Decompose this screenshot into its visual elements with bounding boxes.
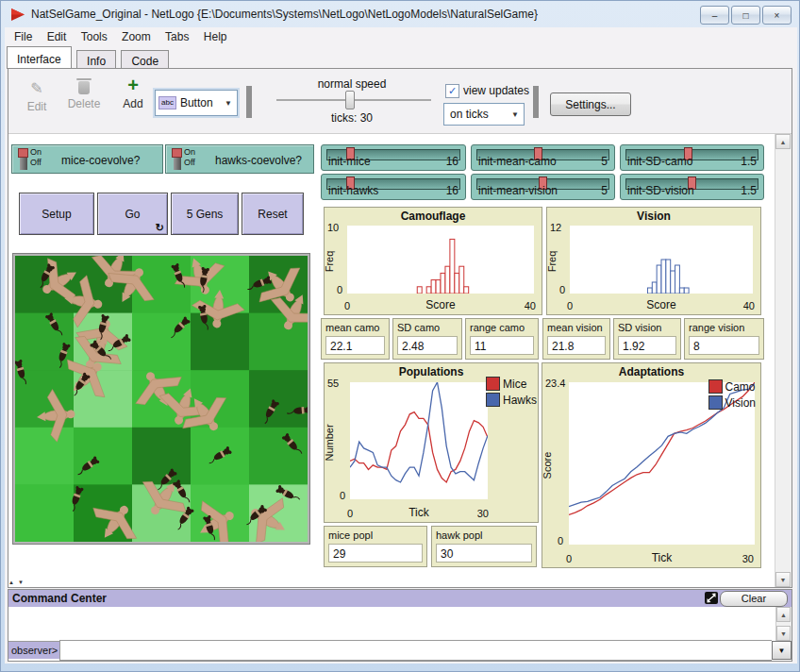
- monitor-sd-vision: SD vision 1.92: [613, 318, 681, 360]
- update-mode-value: on ticks: [450, 108, 489, 121]
- command-center: Command Center Clear ▲ ▼ observer>: [8, 589, 792, 662]
- hawks-swatch: [486, 393, 500, 407]
- monitor-mean-camo: mean camo 22.1: [321, 318, 390, 360]
- splitter-down-icon: ▼: [18, 580, 27, 585]
- trash-icon: [78, 81, 90, 94]
- widget-canvas: On Off mice-coevolve? On Off hawks-coevo…: [8, 134, 775, 587]
- command-center-title: Command Center: [12, 592, 107, 605]
- scroll-up-icon[interactable]: ▲: [775, 134, 791, 149]
- maximize-button[interactable]: □: [731, 6, 760, 25]
- slider-init-mean-vision[interactable]: init-mean-vision5: [471, 174, 615, 200]
- monitor-mean-vision: mean vision 21.8: [542, 318, 610, 360]
- view-updates-checkbox[interactable]: ✓: [445, 84, 459, 98]
- interface-vertical-scrollbar[interactable]: ▲ ▼: [775, 134, 792, 587]
- slider-init-hawks[interactable]: init-hawks16: [321, 174, 466, 200]
- clear-button[interactable]: Clear: [720, 591, 788, 607]
- command-input[interactable]: [59, 640, 772, 661]
- view-updates-label: view updates: [463, 84, 529, 97]
- tab-interface[interactable]: Interface: [7, 46, 72, 69]
- monitor-range-vision: range vision 8: [684, 318, 764, 360]
- camouflage-histogram: [347, 226, 534, 294]
- title-bar[interactable]: NatSelGame_Original - NetLogo {E:\Docume…: [1, 1, 799, 27]
- monitor-hawk-popl: hawk popl 30: [431, 526, 537, 567]
- menu-bar: File Edit Tools Zoom Tabs Help: [5, 27, 797, 46]
- vision-swatch: [708, 395, 723, 410]
- slider-init-SD-camo[interactable]: init-SD-camo1.5: [620, 144, 764, 171]
- chevron-down-icon: ▼: [511, 110, 519, 119]
- toggle-icon[interactable]: On Off: [18, 147, 59, 172]
- close-button[interactable]: ×: [762, 6, 792, 25]
- populations-legend: Mice Hawks: [486, 377, 537, 409]
- plot-populations: Populations 55 0 Number 0 Tick 30 Mice H…: [324, 362, 539, 523]
- switch-hawks-coevolve[interactable]: On Off hawks-coevolve?: [165, 144, 314, 174]
- slider-init-mean-camo[interactable]: init-mean-camo5: [471, 144, 615, 171]
- switch-label: hawks-coevolve?: [215, 154, 302, 167]
- monitor-mice-popl: mice popl 29: [324, 526, 427, 567]
- widget-type-value: Button: [180, 96, 213, 109]
- window-frame: NatSelGame_Original - NetLogo {E:\Docume…: [0, 0, 800, 672]
- slider-init-SD-vision[interactable]: init-SD-vision1.5: [620, 174, 764, 200]
- monitor-sd-camo: SD camo 2.48: [392, 318, 462, 360]
- plot-adaptations: Adaptations 23.4 0 Score 0 Tick 30 Camo …: [542, 362, 761, 568]
- speed-slider[interactable]: [276, 92, 431, 106]
- splitter-up-icon: ▲: [8, 580, 18, 585]
- add-button[interactable]: + Add: [112, 77, 154, 110]
- check-icon: ✓: [448, 85, 457, 96]
- monitor-range-camo: range camo 11: [465, 318, 539, 360]
- tab-row: Interface Info Code: [5, 46, 797, 68]
- switch-mice-coevolve[interactable]: On Off mice-coevolve?: [11, 144, 163, 174]
- abc-icon: abc: [158, 96, 176, 109]
- toolbar-separator: [533, 86, 539, 118]
- forever-icon: ↻: [156, 222, 164, 234]
- mice-swatch: [486, 377, 500, 391]
- vision-histogram: [570, 226, 753, 294]
- netlogo-icon: [10, 8, 25, 22]
- app-body: File Edit Tools Zoom Tabs Help Interface…: [5, 27, 797, 664]
- adaptations-legend: Camo Vision: [708, 379, 756, 412]
- maximize-icon: □: [742, 10, 748, 21]
- interface-pane: ✎ Edit Delete + Add abc Button ▼ normal: [8, 68, 792, 588]
- update-mode-dropdown[interactable]: on ticks ▼: [443, 103, 525, 126]
- settings-button[interactable]: Settings...: [550, 92, 631, 116]
- close-icon: ×: [775, 10, 780, 21]
- delete-button[interactable]: Delete: [63, 79, 105, 110]
- scroll-down-icon[interactable]: ▼: [776, 626, 791, 641]
- world-view[interactable]: [13, 254, 309, 544]
- command-input-row: observer> ▼: [8, 641, 792, 660]
- toolbar-separator: [246, 86, 252, 118]
- five-gens-button[interactable]: 5 Gens: [171, 193, 239, 235]
- switch-label: mice-coevolve?: [61, 154, 140, 167]
- speed-slider-label: normal speed: [261, 77, 442, 91]
- toggle-icon[interactable]: On Off: [172, 147, 213, 172]
- menu-tabs[interactable]: Tabs: [159, 27, 194, 46]
- slider-init-mice[interactable]: init-mice16: [321, 144, 466, 171]
- widget-type-dropdown[interactable]: abc Button ▼: [155, 90, 238, 116]
- scroll-down-icon[interactable]: ▼: [775, 572, 791, 587]
- observer-prompt[interactable]: observer>: [8, 642, 59, 659]
- history-dropdown[interactable]: ▼: [772, 641, 792, 660]
- window-title: NatSelGame_Original - NetLogo {E:\Docume…: [31, 8, 538, 21]
- menu-zoom[interactable]: Zoom: [116, 27, 157, 46]
- menu-tools[interactable]: Tools: [75, 27, 113, 46]
- command-output[interactable]: ▲ ▼: [8, 607, 792, 642]
- minimize-button[interactable]: –: [700, 6, 729, 25]
- chevron-down-icon: ▼: [225, 99, 232, 108]
- setup-button[interactable]: Setup: [19, 193, 94, 235]
- menu-help[interactable]: Help: [198, 27, 233, 46]
- menu-edit[interactable]: Edit: [42, 27, 73, 46]
- reset-button[interactable]: Reset: [242, 193, 304, 235]
- command-center-splitter[interactable]: ▲▼: [8, 580, 37, 588]
- camo-swatch: [708, 379, 723, 394]
- expand-icon[interactable]: [705, 592, 718, 604]
- menu-file[interactable]: File: [8, 27, 38, 46]
- output-scrollbar[interactable]: ▲ ▼: [775, 607, 792, 641]
- scroll-up-icon[interactable]: ▲: [776, 607, 791, 622]
- edit-button[interactable]: ✎ Edit: [16, 79, 58, 113]
- speed-slider-thumb[interactable]: [345, 91, 355, 109]
- go-button[interactable]: Go ↻: [97, 193, 168, 235]
- plot-vision: Vision 12 0 Freq 0 Score 40: [546, 207, 761, 315]
- plot-camouflage: Camouflage 10 0 Freq 0 Score 40: [324, 207, 542, 315]
- interface-toolbar: ✎ Edit Delete + Add abc Button ▼ normal: [8, 69, 792, 134]
- minimize-icon: –: [712, 10, 718, 21]
- plus-icon: +: [127, 77, 139, 92]
